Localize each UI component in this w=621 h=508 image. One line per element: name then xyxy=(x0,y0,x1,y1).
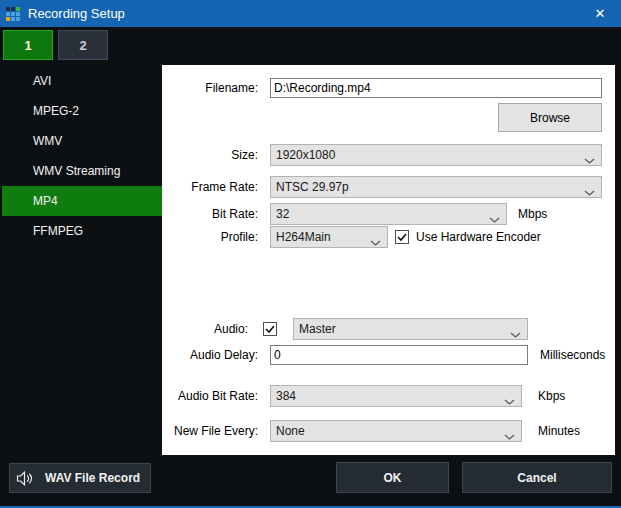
chevron-down-icon xyxy=(370,235,381,249)
hardware-encoder-checkbox[interactable] xyxy=(395,230,409,244)
new-file-every-select[interactable]: None xyxy=(270,420,522,442)
audio-source-value: Master xyxy=(299,322,336,336)
logo-square xyxy=(16,7,20,11)
audio-delay-input[interactable] xyxy=(270,345,528,365)
profile-value: H264Main xyxy=(276,230,331,244)
format-list: AVIMPEG-2WMVWMV StreamingMP4FFMPEG xyxy=(2,66,162,246)
logo-square xyxy=(11,12,15,16)
app-logo-icon xyxy=(6,7,20,21)
new-file-every-value: None xyxy=(276,424,305,438)
profile-select[interactable]: H264Main xyxy=(270,226,388,248)
audio-bit-rate-value: 384 xyxy=(276,389,296,403)
settings-panel: Filename: Browse Size: 1920x1080 Frame R… xyxy=(162,65,615,455)
logo-square xyxy=(6,7,10,11)
bit-rate-select[interactable]: 32 xyxy=(270,203,507,225)
tab-2[interactable]: 2 xyxy=(58,30,108,60)
bit-rate-value: 32 xyxy=(276,207,289,221)
audio-delay-unit: Milliseconds xyxy=(540,344,605,366)
recording-setup-dialog: Recording Setup ✕ 1 2 AVIMPEG-2WMVWMV St… xyxy=(0,0,621,508)
audio-bit-rate-select[interactable]: 384 xyxy=(270,385,522,407)
frame-rate-select[interactable]: NTSC 29.97p xyxy=(270,176,602,198)
check-icon xyxy=(397,232,407,242)
new-file-every-unit: Minutes xyxy=(538,420,580,442)
chevron-down-icon xyxy=(510,327,521,341)
wav-file-record-button[interactable]: WAV File Record xyxy=(9,463,151,493)
audio-checkbox[interactable] xyxy=(263,322,277,336)
check-icon xyxy=(265,324,275,334)
title-bar: Recording Setup ✕ xyxy=(0,0,621,27)
chevron-down-icon xyxy=(504,394,515,408)
chevron-down-icon xyxy=(584,153,595,167)
logo-square xyxy=(16,17,20,21)
profile-label: Profile: xyxy=(162,226,258,248)
logo-square xyxy=(11,17,15,21)
window-title: Recording Setup xyxy=(28,6,125,21)
bit-rate-unit: Mbps xyxy=(518,203,547,225)
logo-square xyxy=(6,17,10,21)
audio-delay-label: Audio Delay: xyxy=(162,344,258,366)
size-value: 1920x1080 xyxy=(276,148,335,162)
logo-square xyxy=(11,7,15,11)
logo-square xyxy=(16,12,20,16)
sidebar-item-wmv[interactable]: WMV xyxy=(2,126,162,156)
audio-bit-rate-label: Audio Bit Rate: xyxy=(162,385,258,407)
audio-label: Audio: xyxy=(162,318,248,340)
audio-source-select[interactable]: Master xyxy=(293,318,528,340)
close-icon[interactable]: ✕ xyxy=(583,0,617,27)
browse-button[interactable]: Browse xyxy=(498,103,602,132)
logo-square xyxy=(6,12,10,16)
chevron-down-icon xyxy=(504,429,515,443)
size-label: Size: xyxy=(162,144,258,166)
filename-input[interactable] xyxy=(270,78,602,98)
new-file-every-label: New File Every: xyxy=(162,420,258,442)
sidebar-item-ffmpeg[interactable]: FFMPEG xyxy=(2,216,162,246)
hardware-encoder-label: Use Hardware Encoder xyxy=(416,226,541,248)
chevron-down-icon xyxy=(584,185,595,199)
size-select[interactable]: 1920x1080 xyxy=(270,144,602,166)
filename-label: Filename: xyxy=(162,77,258,99)
wav-button-label: WAV File Record xyxy=(45,471,140,485)
ok-button[interactable]: OK xyxy=(336,462,449,493)
sidebar-item-avi[interactable]: AVI xyxy=(2,66,162,96)
frame-rate-value: NTSC 29.97p xyxy=(276,180,349,194)
tab-1[interactable]: 1 xyxy=(3,30,53,60)
bit-rate-label: Bit Rate: xyxy=(162,203,258,225)
audio-bit-rate-unit: Kbps xyxy=(538,385,565,407)
frame-rate-label: Frame Rate: xyxy=(162,176,258,198)
speaker-icon xyxy=(16,471,34,486)
sidebar-item-wmv-streaming[interactable]: WMV Streaming xyxy=(2,156,162,186)
sidebar-item-mpeg-2[interactable]: MPEG-2 xyxy=(2,96,162,126)
sidebar-item-mp4[interactable]: MP4 xyxy=(2,186,162,216)
cancel-button[interactable]: Cancel xyxy=(462,462,612,493)
chevron-down-icon xyxy=(489,212,500,226)
